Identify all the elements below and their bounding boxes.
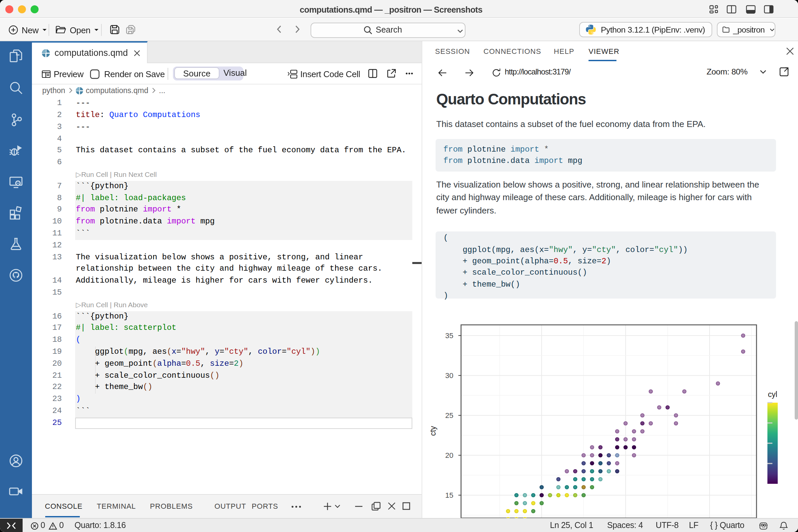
svg-text:20: 20 xyxy=(445,451,453,459)
svg-text:30: 30 xyxy=(445,372,453,380)
svg-text:15: 15 xyxy=(445,491,453,499)
svg-text:35: 35 xyxy=(445,331,453,340)
svg-text:cty: cty xyxy=(428,426,437,436)
svg-text:25: 25 xyxy=(445,411,453,420)
svg-text:cyl: cyl xyxy=(768,390,777,399)
